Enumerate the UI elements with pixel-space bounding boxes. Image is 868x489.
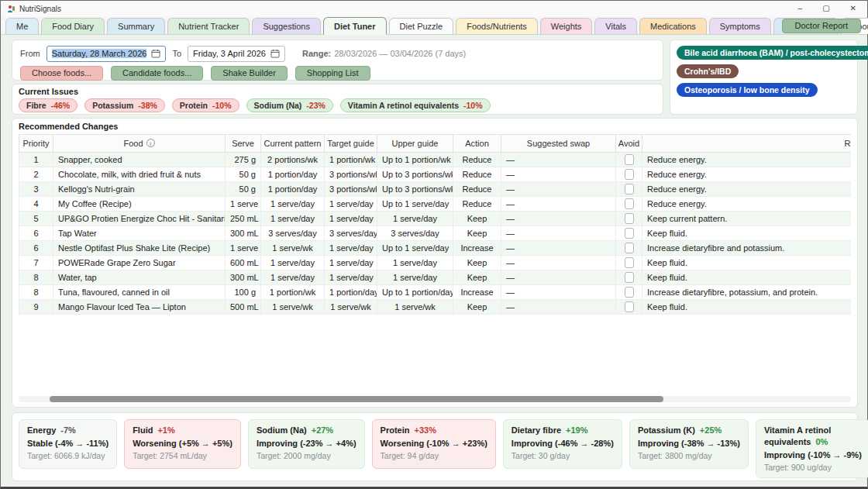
tab-diet-puzzle[interactable]: Diet Puzzle xyxy=(389,18,454,34)
card-title: Energy-7% xyxy=(27,425,108,436)
avoid-checkbox[interactable] xyxy=(625,228,634,239)
close-button[interactable]: ✕ xyxy=(850,2,856,15)
table-row: 3 Kellogg's Nutri-grain 50 g 1 portion/d… xyxy=(19,182,852,197)
issue-percent: -46% xyxy=(51,101,71,110)
cell-reason: Keep fluid. xyxy=(642,300,852,315)
nutrient-target: Target: 94 g/day xyxy=(381,451,487,460)
col-priority: Priority xyxy=(19,135,53,153)
tab-foods-nutrients[interactable]: Foods/Nutrients xyxy=(456,18,538,34)
cell-target-guide: 3 portions/wk xyxy=(325,167,377,182)
nutrient-trend: Improving (-46% → -28%) xyxy=(512,438,614,449)
nutrient-trend: Worsening (-10% → +23%) xyxy=(381,438,487,449)
table-row: 1 Snapper, cooked 275 g 2 portions/wk 1 … xyxy=(19,153,852,167)
cell-action: Reduce xyxy=(453,182,501,197)
from-date-input[interactable]: Saturday, 28 March 2026 xyxy=(46,46,167,62)
cell-target-guide: 1 portion/wk xyxy=(325,153,377,167)
summary-card: Potassium (K)+25% Improving (-38% → -13%… xyxy=(629,419,749,469)
shake-builder-button[interactable]: Shake Builder xyxy=(211,66,288,81)
avoid-checkbox[interactable] xyxy=(625,154,634,165)
to-label: To xyxy=(172,49,181,58)
cell-avoid xyxy=(616,300,642,315)
avoid-checkbox[interactable] xyxy=(625,287,634,298)
cell-action: Reduce xyxy=(453,167,501,182)
calendar-icon[interactable] xyxy=(270,49,280,58)
avoid-checkbox[interactable] xyxy=(625,213,634,224)
cell-suggested-swap: — xyxy=(501,197,616,212)
tab-weights[interactable]: Weights xyxy=(540,18,593,34)
nutrient-name: Fluid xyxy=(133,425,153,435)
cell-current-pattern: 1 serve/day xyxy=(261,212,325,226)
table-scroll-area: Priority Foodi Serve Current pattern Tar… xyxy=(19,134,851,381)
cell-action: Keep xyxy=(453,270,501,285)
cell-current-pattern: 1 portion/wk xyxy=(261,285,325,300)
shopping-list-button[interactable]: Shopping List xyxy=(295,66,370,81)
avoid-checkbox[interactable] xyxy=(625,184,634,195)
cell-suggested-swap: — xyxy=(501,270,616,285)
issue-percent: -10% xyxy=(212,101,232,110)
doctor-report-button[interactable]: Doctor Report xyxy=(782,19,861,33)
info-icon[interactable]: i xyxy=(146,139,155,147)
tab-symptoms[interactable]: Symptoms xyxy=(709,18,771,34)
table-row: 8 Tuna, flavoured, canned in oil 100 g 1… xyxy=(19,285,852,300)
avoid-checkbox[interactable] xyxy=(625,243,634,253)
cell-target-guide: 1 serve/day xyxy=(325,241,377,256)
nutrient-percent: +33% xyxy=(415,425,436,435)
maximize-button[interactable]: ▢ xyxy=(822,2,829,15)
card-title: Sodium (Na)+27% xyxy=(257,425,356,436)
summary-card: Energy-7% Stable (-4% → -11%) Target: 60… xyxy=(19,419,117,469)
avoid-checkbox[interactable] xyxy=(625,301,634,312)
issue-pill: Protein -10% xyxy=(172,98,239,112)
condition-badge-bam: Bile acid diarrhoea (BAM) / post-cholecy… xyxy=(677,46,868,60)
tab-food-diary[interactable]: Food Diary xyxy=(41,18,105,34)
tab-nutrient-tracker[interactable]: Nutrient Tracker xyxy=(167,18,250,34)
choose-foods-button[interactable]: Choose foods... xyxy=(20,66,103,81)
avoid-checkbox[interactable] xyxy=(625,272,634,283)
avoid-checkbox[interactable] xyxy=(625,198,634,209)
current-issues-panel: Current Issues Fibre -46% Potassium -38%… xyxy=(12,84,663,115)
cell-current-pattern: 1 serve/wk xyxy=(261,300,325,315)
col-current-pattern: Current pattern xyxy=(261,135,325,153)
cell-suggested-swap: — xyxy=(501,153,616,167)
cell-food: My Coffee (Recipe) xyxy=(53,197,226,212)
tab-vitals[interactable]: Vitals xyxy=(594,18,637,34)
nutrient-name: Sodium (Na) xyxy=(257,425,307,435)
to-date-input[interactable]: Friday, 3 April 2026 xyxy=(188,46,285,62)
cell-food: Snapper, cooked xyxy=(53,153,226,167)
cell-food: Tuna, flavoured, canned in oil xyxy=(53,285,226,300)
cell-target-guide: 1 serve/day xyxy=(325,212,377,226)
tab-me[interactable]: Me xyxy=(5,18,39,34)
card-title: Potassium (K)+25% xyxy=(638,425,740,436)
table-row: 6 Nestle Optifast Plus Shake Lite (Recip… xyxy=(19,241,852,256)
cell-action: Increase xyxy=(453,285,501,300)
nutrient-percent: 0% xyxy=(815,437,828,446)
cell-avoid xyxy=(616,226,642,241)
card-title: Protein+33% xyxy=(381,425,487,436)
issue-pill: Sodium (Na) -23% xyxy=(246,98,333,112)
issue-label: Sodium (Na) xyxy=(254,101,302,110)
avoid-checkbox[interactable] xyxy=(625,257,634,268)
conditions-panel: Bile acid diarrhoea (BAM) / post-cholecy… xyxy=(670,40,858,115)
cell-upper-guide: 1 serve/wk xyxy=(377,300,453,315)
card-title: Vitamin A retinol equivalents0% xyxy=(764,425,862,448)
scrollbar-thumb[interactable] xyxy=(50,396,663,402)
cell-suggested-swap: — xyxy=(501,226,616,241)
cell-avoid xyxy=(616,256,642,270)
cell-food: UP&GO Protien Energize Choc Hit - Sanita… xyxy=(53,212,226,226)
tab-summary[interactable]: Summary xyxy=(107,18,165,34)
range-label: Range: xyxy=(302,49,331,58)
calendar-icon[interactable] xyxy=(151,49,160,58)
candidate-foods-button[interactable]: Candidate foods... xyxy=(111,66,203,81)
tab-suggestions[interactable]: Suggestions xyxy=(252,18,321,34)
cell-suggested-swap: — xyxy=(501,182,616,197)
minimize-button[interactable]: – xyxy=(798,2,803,15)
horizontal-scrollbar[interactable] xyxy=(19,396,851,402)
avoid-checkbox[interactable] xyxy=(625,169,634,180)
cell-serve: 100 g xyxy=(226,285,261,300)
issue-label: Vitamin A retinol equivalents xyxy=(348,101,459,110)
tab-diet-tuner[interactable]: Diet Tuner xyxy=(323,17,387,35)
nutrient-trend: Improving (-23% → +4%) xyxy=(257,438,356,449)
cell-action: Reduce xyxy=(453,197,501,212)
cell-serve: 275 g xyxy=(226,153,261,167)
cell-priority: 3 xyxy=(19,182,53,197)
tab-medications[interactable]: Medications xyxy=(639,18,707,34)
